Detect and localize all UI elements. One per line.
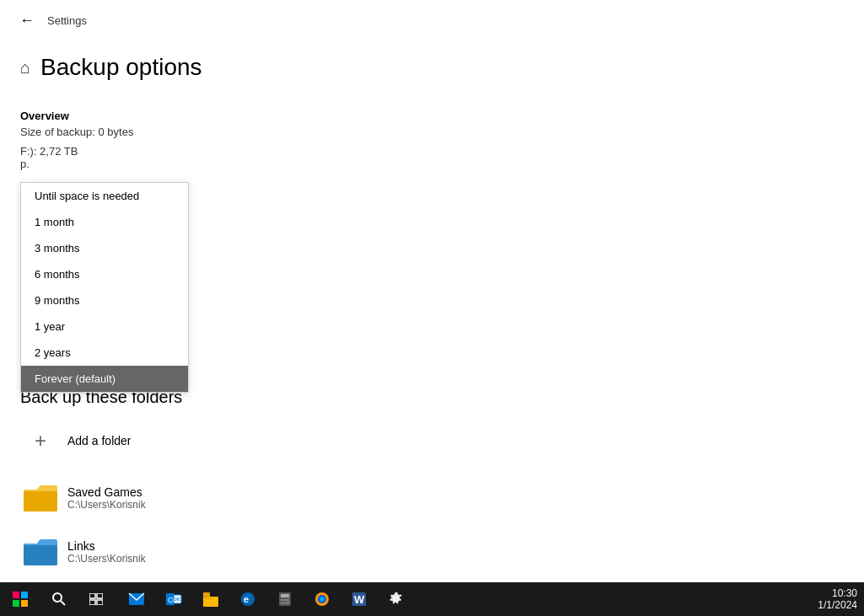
title-bar: ← Settings xyxy=(0,0,864,40)
taskbar-icons: O ✉ e xyxy=(118,582,415,616)
drive-desc: p. xyxy=(20,158,133,170)
add-folder-label: Add a folder xyxy=(67,434,131,447)
system-tray: 10:30 1/1/2024 xyxy=(818,587,857,611)
svg-rect-2 xyxy=(13,600,19,607)
clock-date: 1/1/2024 xyxy=(818,599,857,611)
svg-rect-21 xyxy=(281,599,283,601)
settings-taskbar-icon[interactable] xyxy=(378,582,415,616)
drive-info: F:): 2,72 TB xyxy=(20,145,133,158)
folder-name: Saved Games xyxy=(67,485,146,499)
edge-icon[interactable]: e xyxy=(229,582,266,616)
folder-path: C:\Users\Korisnik xyxy=(67,499,146,511)
dropdown-item[interactable]: 3 months xyxy=(21,235,188,261)
backup-size: Size of backup: 0 bytes xyxy=(20,126,133,138)
dropdown-item[interactable]: 6 months xyxy=(21,261,188,287)
dropdown-item[interactable]: Until space is needed xyxy=(21,183,188,209)
home-icon: ⌂ xyxy=(20,58,30,78)
calculator-icon[interactable] xyxy=(266,582,303,616)
svg-point-4 xyxy=(53,593,62,602)
folder-info: Saved GamesC:\Users\Korisnik xyxy=(67,485,146,511)
outlook-icon[interactable]: O ✉ xyxy=(155,582,192,616)
folder-list: Saved GamesC:\Users\Korisnik LinksC:\Use… xyxy=(20,478,182,572)
explorer-icon[interactable] xyxy=(192,582,229,616)
mail-icon[interactable] xyxy=(118,582,155,616)
folder-info: LinksC:\Users\Korisnik xyxy=(67,539,146,565)
add-folder-row[interactable]: + Add a folder xyxy=(20,420,182,461)
folder-name: Links xyxy=(67,539,146,553)
folder-icon xyxy=(20,532,61,572)
page-header: ⌂ Backup options xyxy=(0,40,864,88)
dropdown-item[interactable]: 1 month xyxy=(21,209,188,235)
svg-rect-8 xyxy=(89,600,95,605)
task-view-button[interactable] xyxy=(78,582,115,616)
svg-rect-23 xyxy=(287,599,289,601)
svg-rect-0 xyxy=(13,592,19,598)
dropdown-item[interactable]: Forever (default) xyxy=(21,366,188,392)
svg-rect-6 xyxy=(89,593,95,598)
svg-rect-3 xyxy=(21,600,28,607)
folder-row: Saved GamesC:\Users\Korisnik xyxy=(20,478,182,518)
overview-section: Overview Size of backup: 0 bytes F:): 2,… xyxy=(20,110,133,185)
dropdown-list[interactable]: Until space is needed1 month3 months6 mo… xyxy=(20,182,189,393)
dropdown-item[interactable]: 2 years xyxy=(21,340,188,366)
svg-text:O: O xyxy=(168,596,174,604)
page-title: Backup options xyxy=(40,54,201,81)
back-button[interactable]: ← xyxy=(13,7,40,34)
search-button[interactable] xyxy=(40,582,78,616)
firefox-icon[interactable] xyxy=(303,582,341,616)
svg-rect-22 xyxy=(284,599,287,601)
svg-rect-1 xyxy=(21,592,28,598)
clock-time: 10:30 xyxy=(832,587,857,599)
svg-line-5 xyxy=(61,601,65,605)
svg-rect-24 xyxy=(281,603,283,604)
svg-text:e: e xyxy=(244,594,249,604)
svg-point-29 xyxy=(320,597,325,602)
svg-text:✉: ✉ xyxy=(174,596,180,603)
app-name: Settings xyxy=(47,14,87,27)
svg-rect-16 xyxy=(203,592,210,598)
svg-text:W: W xyxy=(354,593,365,606)
taskbar: O ✉ e xyxy=(0,582,864,616)
svg-rect-9 xyxy=(97,600,103,605)
svg-rect-25 xyxy=(284,603,287,604)
svg-rect-20 xyxy=(281,594,289,597)
word-icon[interactable]: W xyxy=(341,582,378,616)
svg-rect-7 xyxy=(97,593,103,598)
add-folder-icon[interactable]: + xyxy=(20,420,61,461)
overview-label: Overview xyxy=(20,110,133,122)
dropdown-item[interactable]: 9 months xyxy=(21,287,188,313)
folder-icon xyxy=(20,478,61,518)
start-button[interactable] xyxy=(0,582,40,616)
svg-rect-26 xyxy=(287,603,289,604)
folder-row: LinksC:\Users\Korisnik xyxy=(20,532,182,572)
dropdown-item[interactable]: 1 year xyxy=(21,313,188,340)
folders-section: Back up these folders + Add a folder Sav… xyxy=(20,388,182,586)
folder-path: C:\Users\Korisnik xyxy=(67,553,146,565)
